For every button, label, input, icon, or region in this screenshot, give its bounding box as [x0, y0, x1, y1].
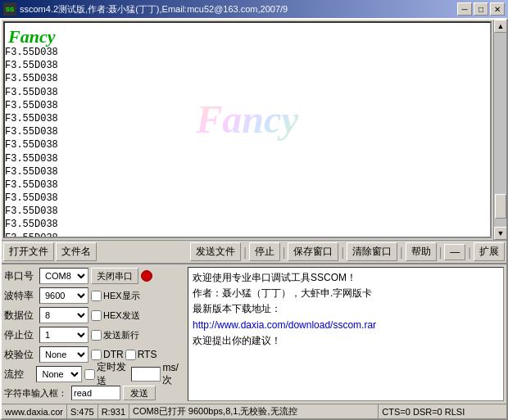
text-line: F3.55D038 — [5, 112, 490, 125]
hex-display-label: HEX显示 — [103, 290, 140, 302]
timed-interval-input[interactable]: 600 — [131, 367, 161, 382]
scroll-up-btn[interactable]: ▲ — [494, 20, 506, 33]
text-line: F3.55D038 — [5, 165, 490, 178]
text-line: F3.55D038 — [5, 72, 490, 85]
open-file-btn[interactable]: 打开文件 — [3, 242, 54, 261]
title-text: sscom4.2测试版,作者:聂小猛(丁丁),Email:mcu52@163.c… — [20, 3, 457, 16]
parity-label: 校验位 — [4, 348, 37, 362]
flow-select[interactable]: None — [36, 366, 81, 382]
stop-btn[interactable]: 停止 — [249, 242, 280, 261]
serial-output: Fancy F3.55D038F3.55D038F3.55D038F3.55D0… — [3, 21, 492, 238]
text-line: F3.55D038 — [5, 86, 490, 99]
timed-send-check[interactable] — [84, 369, 95, 380]
send-input[interactable] — [71, 386, 120, 400]
flow-label: 流控 — [4, 368, 34, 382]
stopbits-select[interactable]: 1 — [39, 327, 88, 343]
left-controls: 串口号 COM8 关闭串口 波特率 9600 HEX显示 数据位 — [4, 267, 184, 401]
minus-btn[interactable]: — — [444, 244, 465, 260]
title-bar: SS sscom4.2测试版,作者:聂小猛(丁丁),Email:mcu52@16… — [0, 0, 508, 18]
timed-send-label: 定时发送 — [97, 360, 130, 388]
sep3: | — [340, 246, 345, 259]
databits-select[interactable]: 8 — [39, 307, 88, 323]
control-panel: 串口号 COM8 关闭串口 波特率 9600 HEX显示 数据位 — [2, 263, 506, 404]
scroll-track[interactable] — [494, 33, 506, 227]
baud-label: 波特率 — [4, 289, 37, 303]
toolbar: 打开文件 文件名 发送文件 | 停止 | 保存窗口 | 清除窗口 | 帮助 | … — [2, 240, 506, 263]
status-url: www.daxia.cor — [2, 404, 67, 418]
sep4: | — [399, 246, 404, 259]
status-cts-dsr: CTS=0 DSR=0 RLSI — [379, 404, 506, 418]
app-icon: SS — [3, 2, 16, 16]
text-line: F3.55D038 — [5, 99, 490, 112]
file-name-btn[interactable]: 文件名 — [56, 242, 97, 261]
text-line: F3.55D038 — [5, 125, 490, 138]
fancy-watermark-top: Fancy — [8, 26, 55, 47]
port-label: 串口号 — [4, 269, 37, 283]
close-serial-btn[interactable]: 关闭串口 — [91, 268, 138, 284]
rts-check[interactable] — [125, 350, 136, 360]
text-line: F3.55D038 — [5, 205, 490, 218]
scroll-thumb[interactable] — [495, 194, 506, 219]
timed-unit-label: ms/次 — [162, 362, 184, 387]
hex-display-row: HEX显示 — [91, 290, 140, 302]
send-file-btn[interactable]: 发送文件 — [190, 242, 241, 261]
sep5: | — [438, 246, 443, 259]
scroll-down-btn[interactable]: ▼ — [494, 227, 506, 240]
text-line: F3.55D038 — [5, 192, 490, 205]
text-line: F3.55D038 — [5, 232, 490, 238]
close-button[interactable]: ✕ — [490, 2, 505, 16]
baud-select[interactable]: 9600 — [39, 287, 88, 304]
expand-btn[interactable]: 扩展 — [474, 242, 505, 261]
vertical-scrollbar[interactable]: ▲ ▼ — [493, 20, 506, 240]
hex-display-check[interactable] — [91, 291, 102, 301]
send-newline-label: 发送新行 — [103, 329, 139, 341]
status-s-count: S:475 — [67, 404, 98, 418]
rts-label: RTS — [138, 349, 157, 360]
save-window-btn[interactable]: 保存窗口 — [288, 242, 338, 261]
sep6: | — [467, 246, 472, 259]
port-select[interactable]: COM8 — [39, 268, 88, 284]
info-line1: 欢迎使用专业串口调试工具SSCOM！ — [193, 270, 499, 286]
dtr-label: DTR — [103, 349, 124, 360]
info-line2: 作者：聂小猛（丁丁），大虾申.字网版卡 — [193, 286, 499, 301]
info-panel: 欢迎使用专业串口调试工具SSCOM！ 作者：聂小猛（丁丁），大虾申.字网版卡 最… — [188, 267, 504, 401]
char-input-label: 字符串输入框： — [4, 387, 67, 400]
text-line: F3.55D038 — [5, 152, 490, 165]
text-lines: F3.55D038F3.55D038F3.55D038F3.55D038F3.5… — [5, 46, 490, 238]
hex-send-check[interactable] — [91, 310, 102, 321]
main-window: Fancy F3.55D038F3.55D038F3.55D038F3.55D0… — [0, 18, 508, 420]
stopbits-label: 停止位 — [4, 328, 37, 342]
parity-select[interactable]: None — [39, 346, 88, 363]
info-line5: 欢迎提出你的建议！ — [193, 333, 499, 349]
clear-window-btn[interactable]: 清除窗口 — [347, 242, 397, 261]
timed-send-row: 定时发送 600 ms/次 — [84, 360, 184, 388]
text-line: F3.55D038 — [5, 46, 490, 59]
sep2: | — [282, 246, 287, 259]
help-btn[interactable]: 帮助 — [406, 242, 437, 261]
send-newline-row: 发送新行 — [91, 329, 139, 341]
hex-send-label: HEX发送 — [103, 309, 140, 322]
send-newline-check[interactable] — [91, 330, 102, 341]
text-line: F3.55D038 — [5, 59, 490, 72]
minimize-button[interactable]: ─ — [457, 2, 472, 16]
text-line: F3.55D038 — [5, 178, 490, 192]
title-buttons: ─ □ ✕ — [457, 2, 505, 16]
info-line3: 最新版本下载地址： — [193, 301, 499, 317]
status-r-count: R:931 — [98, 404, 129, 418]
send-button[interactable]: 发送 — [123, 386, 156, 400]
port-row: 串口号 COM8 关闭串口 — [4, 267, 184, 285]
status-com-status: COM8已打开 9600bps,8,1,无校验,无流控 — [129, 404, 379, 418]
flow-row: 流控 None 定时发送 600 ms/次 — [4, 365, 184, 383]
status-bar: www.daxia.cor S:475 R:931 COM8已打开 9600bp… — [2, 404, 506, 418]
dtr-check[interactable] — [91, 350, 102, 360]
databits-label: 数据位 — [4, 309, 37, 323]
maximize-button[interactable]: □ — [474, 2, 488, 16]
text-line: F3.55D038 — [5, 218, 490, 231]
dtr-rts-row: DTR RTS — [91, 349, 156, 360]
char-input-row: 字符串输入框： 发送 — [4, 385, 184, 401]
text-line: F3.55D038 — [5, 138, 490, 151]
databits-row: 数据位 8 HEX发送 — [4, 306, 184, 324]
info-line4: http://www.daxia.com/download/sscom.rar — [193, 318, 499, 333]
content-area: Fancy F3.55D038F3.55D038F3.55D038F3.55D0… — [2, 20, 506, 240]
stopbits-row: 停止位 1 发送新行 — [4, 326, 184, 344]
